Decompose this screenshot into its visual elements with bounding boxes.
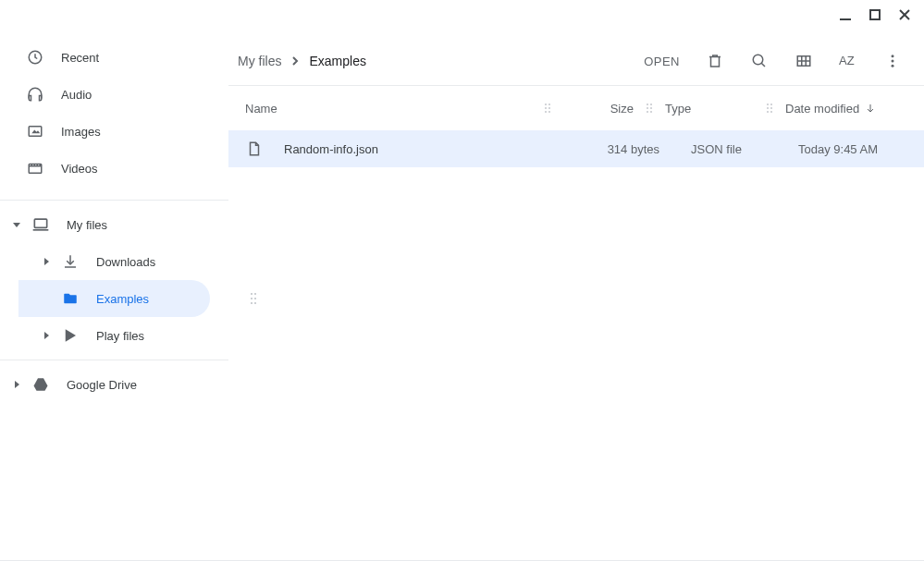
breadcrumb: My files Examples [238, 54, 640, 68]
svg-marker-16 [44, 258, 49, 265]
file-size: 314 bytes [580, 142, 669, 156]
search-button[interactable] [750, 52, 769, 70]
sidebar-item-videos[interactable]: Videos [0, 150, 228, 187]
sort-button[interactable]: AZ [839, 52, 857, 70]
svg-point-40 [545, 107, 547, 109]
headphones-icon [26, 85, 44, 104]
sidebar-item-myfiles[interactable]: My files [0, 206, 228, 243]
svg-point-55 [770, 111, 772, 113]
svg-marker-24 [44, 332, 49, 339]
sidebar-item-label: My files [67, 218, 107, 232]
laptop-icon [31, 215, 50, 234]
svg-point-50 [767, 104, 769, 105]
svg-point-43 [548, 111, 550, 113]
svg-point-45 [650, 104, 652, 105]
column-header-type[interactable]: Type [656, 102, 763, 116]
svg-point-44 [647, 104, 648, 105]
download-icon [61, 252, 80, 271]
svg-point-28 [753, 55, 763, 65]
sidebar-item-examples[interactable]: Examples [18, 280, 210, 317]
column-header-row: Name Size Type Date modified [228, 86, 924, 130]
svg-marker-27 [34, 378, 48, 391]
chevron-right-icon[interactable] [37, 257, 55, 266]
sidebar-item-label: Audio [61, 88, 92, 102]
sidebar-item-playfiles[interactable]: Play files [18, 317, 228, 354]
file-type: JSON file [669, 142, 776, 156]
svg-point-36 [892, 60, 894, 63]
file-name: Random-info.json [284, 142, 378, 156]
divider [0, 360, 228, 360]
sidebar-item-label: Google Drive [67, 378, 137, 392]
sidebar: Recent Audio Images Videos [0, 0, 228, 559]
breadcrumb-root[interactable]: My files [238, 54, 281, 68]
sidebar-item-label: Play files [96, 329, 144, 343]
svg-point-39 [548, 104, 550, 105]
svg-marker-13 [13, 223, 20, 227]
column-header-size[interactable]: Size [554, 102, 643, 116]
arrow-down-icon [865, 103, 876, 114]
svg-point-54 [767, 111, 769, 113]
open-button[interactable]: OPEN [644, 55, 680, 68]
sidebar-item-label: Downloads [96, 255, 155, 269]
svg-point-41 [548, 107, 550, 109]
svg-point-35 [892, 55, 894, 57]
sidebar-item-label: Images [61, 125, 101, 139]
play-icon [61, 326, 80, 345]
drive-icon [31, 375, 50, 394]
svg-point-38 [545, 104, 547, 105]
clock-icon [26, 48, 44, 67]
file-date: Today 9:45 AM [776, 142, 906, 156]
column-header-name[interactable]: Name [245, 102, 541, 116]
chevron-down-icon[interactable] [7, 220, 26, 229]
sidebar-item-label: Videos [61, 162, 98, 176]
sidebar-item-audio[interactable]: Audio [0, 76, 228, 113]
column-header-date[interactable]: Date modified [776, 102, 906, 116]
video-icon [26, 159, 44, 177]
chevron-right-icon[interactable] [37, 331, 55, 340]
svg-text:AZ: AZ [839, 54, 855, 67]
svg-point-52 [767, 107, 769, 109]
image-icon [26, 122, 44, 140]
delete-button[interactable] [706, 52, 724, 70]
svg-point-47 [650, 107, 652, 109]
svg-point-42 [545, 111, 547, 113]
divider [0, 200, 228, 201]
svg-line-29 [761, 63, 765, 67]
sidebar-item-label: Examples [96, 292, 149, 306]
svg-marker-6 [31, 130, 40, 134]
main-panel: My files Examples OPEN AZ [228, 0, 924, 559]
column-resize-handle[interactable] [763, 103, 776, 114]
sidebar-item-gdrive[interactable]: Google Drive [0, 366, 228, 403]
file-icon [245, 140, 264, 158]
svg-point-49 [650, 111, 652, 113]
column-header-date-label: Date modified [785, 102, 859, 116]
chevron-right-icon [290, 56, 300, 66]
folder-icon [61, 289, 80, 308]
svg-point-48 [647, 111, 648, 113]
breadcrumb-current[interactable]: Examples [309, 54, 365, 68]
svg-point-51 [770, 104, 772, 105]
column-resize-handle[interactable] [643, 103, 656, 114]
sidebar-item-recent[interactable]: Recent [0, 39, 228, 76]
sidebar-item-label: Recent [61, 51, 99, 65]
svg-point-46 [647, 107, 648, 109]
svg-marker-26 [15, 381, 19, 388]
grid-view-button[interactable] [795, 52, 813, 70]
sidebar-item-images[interactable]: Images [0, 113, 228, 150]
svg-point-53 [770, 107, 772, 109]
svg-point-37 [892, 65, 894, 67]
column-resize-handle[interactable] [541, 103, 554, 114]
toolbar: My files Examples OPEN AZ [228, 39, 924, 83]
sidebar-item-downloads[interactable]: Downloads [18, 243, 228, 280]
more-button[interactable] [883, 52, 902, 70]
svg-marker-25 [66, 329, 76, 342]
svg-rect-14 [34, 219, 46, 227]
chevron-right-icon[interactable] [7, 380, 26, 389]
file-row[interactable]: Random-info.json 314 bytes JSON file Tod… [228, 130, 924, 167]
